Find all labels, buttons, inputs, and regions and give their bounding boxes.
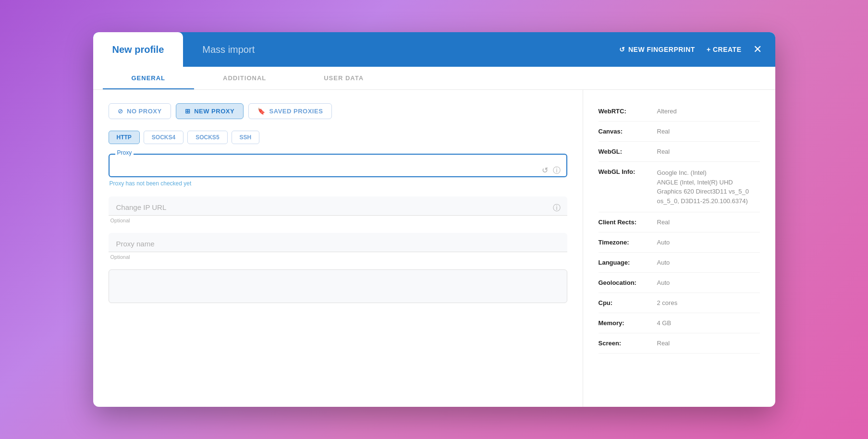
no-proxy-button[interactable]: ⊘ NO PROXY	[109, 103, 171, 119]
change-ip-info-icon[interactable]: ⓘ	[553, 203, 561, 213]
fp-value-client-rects: Real	[657, 219, 670, 226]
sub-tabs: GENERAL ADDITIONAL USER DATA	[93, 67, 775, 90]
proxy-name-hint: Optional	[109, 254, 567, 260]
fp-value-memory: 4 GB	[657, 319, 672, 327]
saved-proxies-button[interactable]: 🔖 SAVED PROXIES	[248, 103, 332, 119]
proxy-input-group: Proxy ↺ ⓘ Proxy has not been checked yet	[109, 154, 567, 187]
create-button[interactable]: + CREATE	[707, 46, 742, 53]
fp-label-timezone: Timezone:	[599, 239, 651, 246]
change-ip-url-group: ⓘ Optional	[109, 196, 567, 223]
modal-body: ⊘ NO PROXY ⊞ NEW PROXY 🔖 SAVED PROXIES H…	[93, 90, 775, 407]
no-proxy-icon: ⊘	[118, 108, 123, 115]
fp-value-webgl: Real	[657, 148, 670, 155]
right-panel: WebRTC: Altered Canvas: Real WebGL: Real…	[583, 90, 775, 407]
modal-header: New profile Mass import ↺ NEW FINGERPRIN…	[93, 32, 775, 67]
fp-row-client-rects: Client Rects: Real	[599, 212, 760, 232]
fp-value-screen: Real	[657, 340, 670, 347]
fp-row-cpu: Cpu: 2 cores	[599, 293, 760, 313]
protocol-http-button[interactable]: HTTP	[109, 131, 140, 144]
protocol-ssh-button[interactable]: SSH	[232, 131, 260, 144]
fp-value-cpu: 2 cores	[657, 299, 678, 306]
main-modal: New profile Mass import ↺ NEW FINGERPRIN…	[93, 32, 775, 407]
change-ip-url-hint: Optional	[109, 218, 567, 223]
change-ip-url-input[interactable]	[109, 196, 567, 216]
fp-row-timezone: Timezone: Auto	[599, 232, 760, 253]
fp-value-webgl-info: Google Inc. (Intel)ANGLE (Intel, Intel(R…	[657, 168, 749, 206]
fp-value-timezone: Auto	[657, 239, 670, 246]
protocol-socks4-button[interactable]: SOCKS4	[144, 131, 183, 144]
proxy-input[interactable]	[109, 154, 567, 177]
fp-row-geolocation: Geolocation: Auto	[599, 273, 760, 293]
tab-user-data[interactable]: USER DATA	[295, 67, 392, 89]
fp-row-memory: Memory: 4 GB	[599, 313, 760, 333]
tab-additional[interactable]: ADDITIONAL	[194, 67, 295, 89]
proxy-name-group: Optional	[109, 233, 567, 260]
protocol-socks5-button[interactable]: SOCKS5	[187, 131, 227, 144]
proxy-type-row: ⊘ NO PROXY ⊞ NEW PROXY 🔖 SAVED PROXIES	[109, 103, 567, 119]
fp-value-canvas: Real	[657, 128, 670, 135]
fp-value-webrtc: Altered	[657, 108, 677, 115]
proxy-status: Proxy has not been checked yet	[109, 180, 567, 187]
extra-textarea-group	[109, 269, 567, 305]
fp-label-webgl: WebGL:	[599, 148, 651, 155]
fp-row-canvas: Canvas: Real	[599, 122, 760, 142]
fp-row-webrtc: WebRTC: Altered	[599, 101, 760, 122]
new-proxy-icon: ⊞	[185, 108, 191, 115]
protocol-row: HTTP SOCKS4 SOCKS5 SSH	[109, 131, 567, 144]
saved-proxies-icon: 🔖	[257, 108, 266, 115]
extra-textarea[interactable]	[109, 269, 567, 303]
fp-row-webgl-info: WebGL Info: Google Inc. (Intel)ANGLE (In…	[599, 162, 760, 212]
fp-row-language: Language: Auto	[599, 253, 760, 273]
proxy-refresh-icon[interactable]: ↺	[542, 165, 548, 175]
tab-general[interactable]: GENERAL	[103, 67, 195, 89]
tab-new-profile[interactable]: New profile	[93, 32, 183, 67]
proxy-name-input[interactable]	[109, 233, 567, 252]
fp-label-language: Language:	[599, 259, 651, 266]
fp-label-geolocation: Geolocation:	[599, 279, 651, 286]
fp-label-webgl-info: WebGL Info:	[599, 168, 651, 175]
header-actions: ↺ NEW FINGERPRINT + CREATE ✕	[619, 32, 775, 67]
fp-row-screen: Screen: Real	[599, 333, 760, 354]
proxy-input-icons: ↺ ⓘ	[542, 165, 561, 175]
fp-label-memory: Memory:	[599, 319, 651, 327]
fp-label-canvas: Canvas:	[599, 128, 651, 135]
fp-label-client-rects: Client Rects:	[599, 219, 651, 226]
fp-label-webrtc: WebRTC:	[599, 108, 651, 115]
fp-label-cpu: Cpu:	[599, 299, 651, 306]
refresh-icon: ↺	[619, 46, 625, 53]
fp-value-geolocation: Auto	[657, 279, 670, 286]
proxy-info-icon[interactable]: ⓘ	[553, 165, 561, 175]
tab-mass-import[interactable]: Mass import	[183, 32, 274, 67]
close-button[interactable]: ✕	[753, 44, 762, 55]
left-panel: ⊘ NO PROXY ⊞ NEW PROXY 🔖 SAVED PROXIES H…	[93, 90, 583, 407]
fp-row-webgl: WebGL: Real	[599, 142, 760, 162]
new-proxy-button[interactable]: ⊞ NEW PROXY	[176, 103, 244, 119]
fp-label-screen: Screen:	[599, 340, 651, 347]
new-fingerprint-button[interactable]: ↺ NEW FINGERPRINT	[619, 46, 695, 53]
fp-value-language: Auto	[657, 259, 670, 266]
